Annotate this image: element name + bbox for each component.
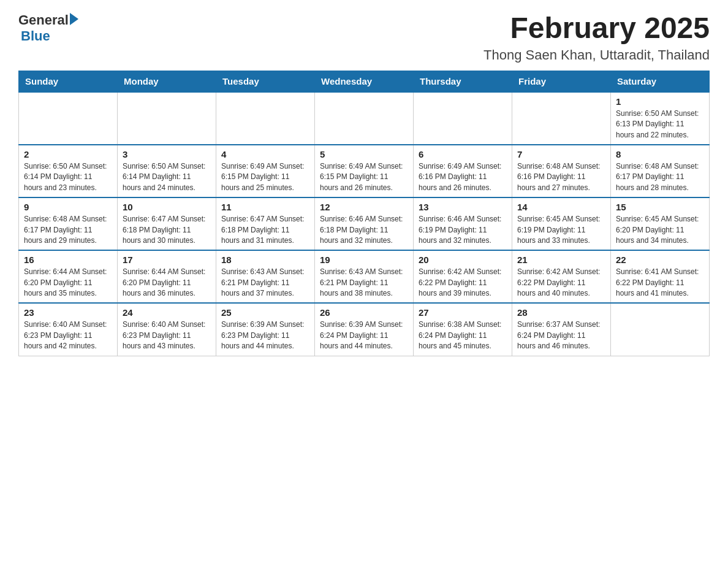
day-info: Sunrise: 6:50 AM Sunset: 6:14 PM Dayligh… bbox=[123, 161, 211, 193]
calendar-cell: 6Sunrise: 6:49 AM Sunset: 6:16 PM Daylig… bbox=[414, 145, 512, 197]
calendar-table: SundayMondayTuesdayWednesdayThursdayFrid… bbox=[18, 71, 710, 356]
calendar-cell: 7Sunrise: 6:48 AM Sunset: 6:16 PM Daylig… bbox=[512, 145, 611, 197]
day-number: 11 bbox=[221, 202, 309, 212]
logo-blue-text: Blue bbox=[21, 28, 50, 44]
calendar-cell: 14Sunrise: 6:45 AM Sunset: 6:19 PM Dayli… bbox=[512, 197, 611, 250]
day-number: 6 bbox=[419, 149, 507, 159]
calendar-cell: 9Sunrise: 6:48 AM Sunset: 6:17 PM Daylig… bbox=[19, 197, 118, 250]
calendar-cell bbox=[19, 92, 118, 145]
calendar-cell: 23Sunrise: 6:40 AM Sunset: 6:23 PM Dayli… bbox=[19, 303, 118, 356]
calendar-cell: 5Sunrise: 6:49 AM Sunset: 6:15 PM Daylig… bbox=[315, 145, 414, 197]
calendar-week-row: 1Sunrise: 6:50 AM Sunset: 6:13 PM Daylig… bbox=[19, 92, 710, 145]
day-number: 17 bbox=[123, 255, 211, 265]
day-info: Sunrise: 6:48 AM Sunset: 6:17 PM Dayligh… bbox=[24, 214, 112, 246]
day-info: Sunrise: 6:43 AM Sunset: 6:21 PM Dayligh… bbox=[221, 267, 309, 299]
day-info: Sunrise: 6:39 AM Sunset: 6:24 PM Dayligh… bbox=[320, 320, 408, 351]
calendar-cell: 1Sunrise: 6:50 AM Sunset: 6:13 PM Daylig… bbox=[611, 92, 710, 145]
calendar-cell: 24Sunrise: 6:40 AM Sunset: 6:23 PM Dayli… bbox=[118, 303, 216, 356]
logo-arrow-icon bbox=[70, 13, 78, 25]
calendar-cell bbox=[315, 92, 414, 145]
day-info: Sunrise: 6:50 AM Sunset: 6:13 PM Dayligh… bbox=[616, 109, 704, 140]
day-info: Sunrise: 6:44 AM Sunset: 6:20 PM Dayligh… bbox=[24, 267, 112, 299]
day-number: 21 bbox=[517, 255, 605, 265]
day-number: 24 bbox=[123, 307, 211, 318]
calendar-cell: 12Sunrise: 6:46 AM Sunset: 6:18 PM Dayli… bbox=[315, 197, 414, 250]
calendar-cell: 25Sunrise: 6:39 AM Sunset: 6:23 PM Dayli… bbox=[216, 303, 315, 356]
day-number: 20 bbox=[419, 255, 507, 265]
day-info: Sunrise: 6:38 AM Sunset: 6:24 PM Dayligh… bbox=[419, 320, 507, 351]
day-number: 18 bbox=[221, 255, 309, 265]
day-number: 2 bbox=[24, 149, 112, 159]
day-number: 12 bbox=[320, 202, 408, 212]
calendar-cell: 10Sunrise: 6:47 AM Sunset: 6:18 PM Dayli… bbox=[118, 197, 216, 250]
day-info: Sunrise: 6:39 AM Sunset: 6:23 PM Dayligh… bbox=[221, 320, 309, 351]
calendar-cell: 18Sunrise: 6:43 AM Sunset: 6:21 PM Dayli… bbox=[216, 250, 315, 303]
day-number: 4 bbox=[221, 149, 309, 159]
calendar-cell bbox=[118, 92, 216, 145]
day-info: Sunrise: 6:45 AM Sunset: 6:19 PM Dayligh… bbox=[517, 214, 605, 246]
title-block: February 2025 Thong Saen Khan, Uttaradit… bbox=[483, 12, 710, 63]
calendar-week-row: 9Sunrise: 6:48 AM Sunset: 6:17 PM Daylig… bbox=[19, 197, 710, 250]
day-number: 25 bbox=[221, 307, 309, 318]
day-info: Sunrise: 6:45 AM Sunset: 6:20 PM Dayligh… bbox=[616, 214, 704, 246]
day-number: 5 bbox=[320, 149, 408, 159]
day-number: 7 bbox=[517, 149, 605, 159]
logo-general-text: General bbox=[18, 12, 69, 28]
calendar-cell: 26Sunrise: 6:39 AM Sunset: 6:24 PM Dayli… bbox=[315, 303, 414, 356]
day-header-wednesday: Wednesday bbox=[315, 71, 414, 92]
calendar-cell: 19Sunrise: 6:43 AM Sunset: 6:21 PM Dayli… bbox=[315, 250, 414, 303]
calendar-cell: 20Sunrise: 6:42 AM Sunset: 6:22 PM Dayli… bbox=[414, 250, 512, 303]
day-number: 27 bbox=[419, 307, 507, 318]
day-number: 26 bbox=[320, 307, 408, 318]
logo: General Blue bbox=[18, 12, 78, 45]
day-number: 28 bbox=[517, 307, 605, 318]
calendar-cell: 17Sunrise: 6:44 AM Sunset: 6:20 PM Dayli… bbox=[118, 250, 216, 303]
day-info: Sunrise: 6:49 AM Sunset: 6:16 PM Dayligh… bbox=[419, 161, 507, 193]
day-info: Sunrise: 6:47 AM Sunset: 6:18 PM Dayligh… bbox=[123, 214, 211, 246]
day-header-sunday: Sunday bbox=[19, 71, 118, 92]
day-info: Sunrise: 6:48 AM Sunset: 6:16 PM Dayligh… bbox=[517, 161, 605, 193]
day-number: 22 bbox=[616, 255, 704, 265]
day-number: 9 bbox=[24, 202, 112, 212]
calendar-cell bbox=[611, 303, 710, 356]
calendar-cell: 2Sunrise: 6:50 AM Sunset: 6:14 PM Daylig… bbox=[19, 145, 118, 197]
day-number: 16 bbox=[24, 255, 112, 265]
calendar-week-row: 23Sunrise: 6:40 AM Sunset: 6:23 PM Dayli… bbox=[19, 303, 710, 356]
day-info: Sunrise: 6:41 AM Sunset: 6:22 PM Dayligh… bbox=[616, 267, 704, 299]
calendar-cell: 28Sunrise: 6:37 AM Sunset: 6:24 PM Dayli… bbox=[512, 303, 611, 356]
calendar-header-row: SundayMondayTuesdayWednesdayThursdayFrid… bbox=[19, 71, 710, 92]
day-info: Sunrise: 6:40 AM Sunset: 6:23 PM Dayligh… bbox=[123, 320, 211, 351]
day-number: 13 bbox=[419, 202, 507, 212]
day-info: Sunrise: 6:40 AM Sunset: 6:23 PM Dayligh… bbox=[24, 320, 112, 351]
day-number: 15 bbox=[616, 202, 704, 212]
day-number: 1 bbox=[616, 96, 704, 107]
day-info: Sunrise: 6:46 AM Sunset: 6:19 PM Dayligh… bbox=[419, 214, 507, 246]
calendar-cell: 15Sunrise: 6:45 AM Sunset: 6:20 PM Dayli… bbox=[611, 197, 710, 250]
day-number: 14 bbox=[517, 202, 605, 212]
calendar-cell: 22Sunrise: 6:41 AM Sunset: 6:22 PM Dayli… bbox=[611, 250, 710, 303]
calendar-cell: 13Sunrise: 6:46 AM Sunset: 6:19 PM Dayli… bbox=[414, 197, 512, 250]
calendar-week-row: 2Sunrise: 6:50 AM Sunset: 6:14 PM Daylig… bbox=[19, 145, 710, 197]
calendar-week-row: 16Sunrise: 6:44 AM Sunset: 6:20 PM Dayli… bbox=[19, 250, 710, 303]
calendar-cell bbox=[512, 92, 611, 145]
page-header: General Blue February 2025 Thong Saen Kh… bbox=[18, 12, 710, 63]
day-info: Sunrise: 6:49 AM Sunset: 6:15 PM Dayligh… bbox=[320, 161, 408, 193]
day-info: Sunrise: 6:48 AM Sunset: 6:17 PM Dayligh… bbox=[616, 161, 704, 193]
day-info: Sunrise: 6:43 AM Sunset: 6:21 PM Dayligh… bbox=[320, 267, 408, 299]
day-info: Sunrise: 6:49 AM Sunset: 6:15 PM Dayligh… bbox=[221, 161, 309, 193]
day-header-tuesday: Tuesday bbox=[216, 71, 315, 92]
calendar-cell: 16Sunrise: 6:44 AM Sunset: 6:20 PM Dayli… bbox=[19, 250, 118, 303]
day-number: 10 bbox=[123, 202, 211, 212]
calendar-cell: 8Sunrise: 6:48 AM Sunset: 6:17 PM Daylig… bbox=[611, 145, 710, 197]
day-number: 23 bbox=[24, 307, 112, 318]
day-info: Sunrise: 6:50 AM Sunset: 6:14 PM Dayligh… bbox=[24, 161, 112, 193]
calendar-cell: 21Sunrise: 6:42 AM Sunset: 6:22 PM Dayli… bbox=[512, 250, 611, 303]
calendar-cell bbox=[216, 92, 315, 145]
calendar-subtitle: Thong Saen Khan, Uttaradit, Thailand bbox=[483, 47, 710, 63]
day-info: Sunrise: 6:42 AM Sunset: 6:22 PM Dayligh… bbox=[419, 267, 507, 299]
day-number: 3 bbox=[123, 149, 211, 159]
day-number: 8 bbox=[616, 149, 704, 159]
day-info: Sunrise: 6:37 AM Sunset: 6:24 PM Dayligh… bbox=[517, 320, 605, 351]
calendar-cell: 11Sunrise: 6:47 AM Sunset: 6:18 PM Dayli… bbox=[216, 197, 315, 250]
day-header-saturday: Saturday bbox=[611, 71, 710, 92]
